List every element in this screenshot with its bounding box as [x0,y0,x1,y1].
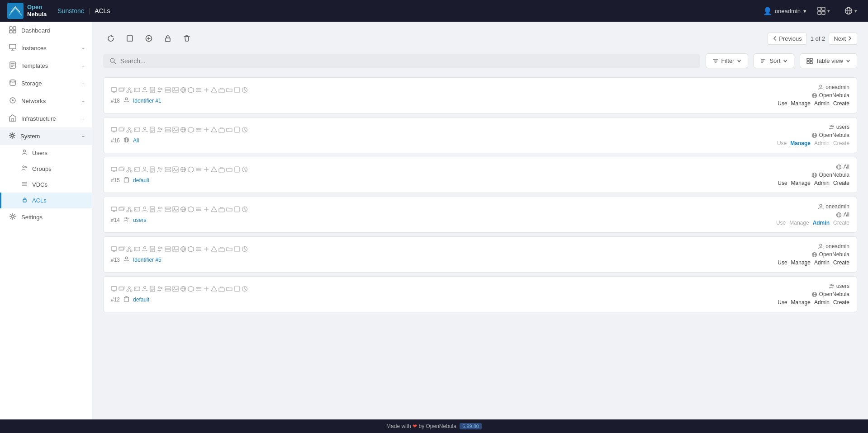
acl-right: users OpenNebula UseManageAdminCreate [750,124,849,146]
filter-dropdown-icon [737,59,741,63]
sidebar-item-acls[interactable]: ACLs [0,193,92,208]
perm-manage: Manage [791,299,811,306]
view-button[interactable]: Table view [800,53,857,68]
svg-rect-120 [219,129,224,132]
svg-line-140 [129,169,131,170]
search-input[interactable] [120,57,694,65]
acl-meta: #14 users [111,216,743,224]
language-btn[interactable]: ▾ [841,5,861,17]
marketplace-icon [218,286,225,293]
acl-row[interactable]: #16 All users OpenNebula UseManageAdminC… [103,117,857,153]
infrastructure-label: Infrastructure [21,115,56,122]
user-menu[interactable]: 👤 oneadmin ▾ [763,7,806,15]
acl-right: oneadmin OpenNebula UseManageAdminCreate [750,243,849,266]
acl-user: users [829,283,849,289]
sidebar-item-vdcs[interactable]: VDCs [0,177,92,193]
svg-rect-1 [818,7,821,10]
sidebar-item-storage[interactable]: Storage + [0,75,92,92]
perm-create: Create [833,299,849,306]
acl-row[interactable]: #14 users oneadmin All UseManageAdminCre… [103,197,857,233]
sidebar-item-templates[interactable]: Templates + [0,57,92,75]
perm-use: Use [778,180,787,186]
page-name: ACLs [95,7,110,14]
svg-rect-212 [111,247,117,250]
svg-point-85 [820,85,822,87]
networks-expand-icon: + [82,99,85,104]
delete-button[interactable] [179,31,194,46]
user-label: oneadmin [775,8,801,14]
acl-entity-name[interactable]: Identifier #1 [133,98,161,104]
acl-id: #12 [111,297,120,303]
sidebar-item-settings[interactable]: Settings [0,208,92,226]
select-all-button[interactable] [122,31,138,46]
cluster-icon [126,127,133,134]
acl-meta: #16 All [111,137,743,144]
svg-rect-0 [7,3,24,19]
group-icon [157,166,163,174]
acl-entity-name[interactable]: All [133,137,139,144]
instances-label: Instances [21,45,47,52]
search-box[interactable] [103,54,700,68]
logo-text: Open Nebula [27,4,47,18]
previous-button[interactable]: Previous [768,33,807,45]
network-icon [180,286,186,293]
image-icon [172,206,179,214]
folder-icon [226,206,232,214]
sidebar-item-users[interactable]: Users [0,145,92,161]
acl-org-row: OpenNebula [811,291,849,297]
svg-point-143 [144,167,146,169]
acl-row[interactable]: #18 Identifier #1 oneadmin OpenNebula Us… [103,77,857,113]
sidebar-item-groups[interactable]: Groups [0,161,92,177]
svg-point-27 [25,167,27,168]
next-button[interactable]: Next [829,33,857,45]
svg-line-260 [129,288,131,290]
lock-button[interactable] [160,31,175,46]
acl-user-row: All [836,164,849,170]
acl-row[interactable]: #15 default All OpenNebula UseManageAdmi… [103,157,857,193]
acl-row[interactable]: #13 Identifier #5 oneadmin OpenNebula Us… [103,236,857,273]
svg-line-59 [129,89,131,91]
sort-button[interactable]: Sort [754,53,794,68]
acl-entity-name[interactable]: Identifier #5 [133,257,161,263]
template-icon [234,166,240,174]
acl-org-row: OpenNebula [811,132,849,138]
svg-rect-182 [134,207,140,211]
sidebar-item-networks[interactable]: Networks + [0,92,92,110]
svg-point-246 [125,257,128,259]
perm-use: Use [778,259,787,266]
refresh-button[interactable] [103,31,119,46]
image-icon [172,286,179,293]
acl-row[interactable]: #12 default users OpenNebula UseManageAd… [103,276,857,312]
sidebar-item-dashboard[interactable]: Dashboard [0,22,92,39]
system-icon [9,132,16,141]
folder-icon [226,127,232,134]
cluster-icon [126,206,133,214]
topbar-right: 👤 oneadmin ▾ ▾ ▾ [763,5,861,17]
sidebar-item-instances[interactable]: Instances + [0,39,92,57]
acl-entity-name[interactable]: default [133,297,149,303]
sidebar-item-infrastructure[interactable]: Infrastructure + [0,110,92,127]
acl-entity-name[interactable]: users [133,217,146,223]
acl-list: #18 Identifier #1 oneadmin OpenNebula Us… [103,77,857,312]
search-filter-bar: Filter Sort Table view [103,53,857,68]
svg-point-126 [830,125,832,127]
svg-point-57 [130,91,132,93]
svg-point-206 [125,217,127,219]
add-button[interactable] [141,31,157,46]
acl-entity-name[interactable]: default [133,177,149,184]
svg-rect-46 [807,58,809,61]
filter-button[interactable]: Filter [706,53,749,68]
template-icon [234,246,240,254]
grid-view-btn[interactable]: ▾ [814,5,834,17]
topbar: Open Nebula Sunstone | ACLs 👤 oneadmin ▾… [0,0,868,22]
toolbar-right: Previous 1 of 2 Next [768,33,857,45]
svg-rect-231 [165,247,171,249]
svg-rect-270 [165,287,171,288]
svg-point-247 [820,244,822,246]
acl-org-row: All [836,212,849,218]
svg-point-269 [161,287,162,288]
perm-admin: Admin [814,259,830,266]
logo-text-open: Open [27,4,47,11]
sidebar-system-header[interactable]: System − [0,127,92,145]
footer: Made with ❤ by OpenNebula 6.99.80 [0,419,868,433]
